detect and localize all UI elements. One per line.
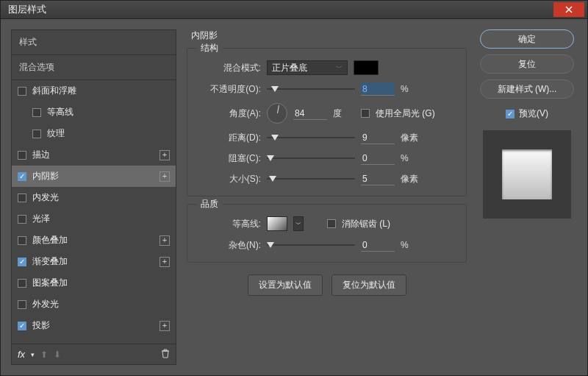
sidebar-item-6[interactable]: 光泽: [12, 208, 176, 230]
arrow-up-icon[interactable]: ⬆: [40, 350, 48, 360]
sidebar-item-checkbox[interactable]: [18, 87, 26, 96]
sidebar-item-7[interactable]: 颜色叠加+: [12, 230, 176, 251]
distance-slider[interactable]: [267, 132, 355, 143]
sidebar-item-label: 等高线: [47, 106, 74, 118]
add-instance-button[interactable]: +: [159, 257, 170, 267]
titlebar: 图层样式: [0, 0, 588, 19]
contour-label: 等高线:: [198, 218, 261, 230]
opacity-slider[interactable]: [267, 84, 355, 94]
effect-title: 内阴影: [187, 29, 467, 48]
reset-default-button[interactable]: 复位为默认值: [331, 274, 406, 296]
color-swatch[interactable]: [354, 60, 379, 75]
sidebar-item-checkbox[interactable]: [18, 258, 26, 266]
preview-swatch: [502, 149, 552, 199]
sidebar-item-checkbox[interactable]: [18, 236, 26, 245]
styles-sidebar: 样式 混合选项 斜面和浮雕等高线纹理描边+内阴影+内发光光泽颜色叠加+渐变叠加+…: [11, 29, 176, 365]
preview-toggle[interactable]: 预览(V): [506, 107, 548, 120]
cancel-button[interactable]: 复位: [480, 54, 574, 74]
sidebar-item-label: 投影: [32, 319, 50, 332]
sidebar-item-8[interactable]: 渐变叠加+: [12, 251, 176, 272]
structure-legend: 结构: [196, 42, 223, 54]
structure-group: 结构 混合模式: 正片叠底 ﹀ 不透明度(O): % 角度(A): 度: [187, 48, 467, 196]
ok-button[interactable]: 确定: [480, 29, 574, 49]
sidebar-item-checkbox[interactable]: [18, 322, 26, 330]
choke-input[interactable]: [361, 152, 395, 165]
add-instance-button[interactable]: +: [159, 171, 170, 182]
noise-unit: %: [401, 240, 423, 250]
angle-unit: 度: [333, 107, 355, 120]
sidebar-item-checkbox[interactable]: [18, 300, 26, 309]
sidebar-item-label: 外发光: [32, 298, 59, 311]
sidebar-item-checkbox[interactable]: [18, 215, 26, 224]
blend-mode-select[interactable]: 正片叠底 ﹀: [267, 60, 348, 75]
sidebar-item-label: 渐变叠加: [32, 255, 68, 268]
sidebar-item-1[interactable]: 等高线: [12, 102, 176, 123]
preview-box: [483, 130, 571, 219]
global-light-checkbox[interactable]: [361, 109, 370, 118]
sidebar-header-blend[interactable]: 混合选项: [12, 55, 176, 80]
sidebar-item-checkbox[interactable]: [32, 130, 41, 138]
distance-unit: 像素: [401, 132, 423, 144]
quality-legend: 品质: [196, 198, 223, 210]
sidebar-item-label: 颜色叠加: [32, 234, 68, 246]
contour-picker[interactable]: [267, 216, 287, 231]
distance-input[interactable]: [361, 131, 395, 144]
noise-slider[interactable]: [267, 240, 355, 250]
styles-list: 斜面和浮雕等高线纹理描边+内阴影+内发光光泽颜色叠加+渐变叠加+图案叠加外发光投…: [12, 80, 176, 344]
sidebar-item-11[interactable]: 投影+: [12, 315, 176, 336]
sidebar-item-label: 内阴影: [32, 170, 59, 182]
contour-dropdown[interactable]: ﹀: [293, 216, 304, 231]
sidebar-item-checkbox[interactable]: [18, 279, 26, 288]
sidebar-item-2[interactable]: 纹理: [12, 123, 176, 144]
choke-slider[interactable]: [267, 153, 355, 163]
sidebar-item-checkbox[interactable]: [18, 151, 26, 160]
opacity-label: 不透明度(O):: [198, 83, 261, 96]
sidebar-item-9[interactable]: 图案叠加: [12, 272, 176, 294]
sidebar-item-10[interactable]: 外发光: [12, 294, 176, 315]
angle-dial[interactable]: [267, 103, 287, 124]
size-label: 大小(S):: [198, 173, 261, 185]
arrow-down-icon[interactable]: ⬇: [54, 350, 61, 360]
add-instance-button[interactable]: +: [159, 150, 170, 160]
dialog-content: 样式 混合选项 斜面和浮雕等高线纹理描边+内阴影+内发光光泽颜色叠加+渐变叠加+…: [0, 19, 588, 376]
add-instance-button[interactable]: +: [159, 235, 170, 246]
new-style-button[interactable]: 新建样式 (W)...: [480, 79, 574, 99]
sidebar-item-0[interactable]: 斜面和浮雕: [12, 80, 176, 102]
sidebar-item-label: 图案叠加: [32, 277, 68, 289]
opacity-input[interactable]: [361, 82, 395, 96]
close-button[interactable]: [553, 2, 584, 17]
sidebar-footer: fx ▾ ⬆ ⬇: [12, 344, 176, 364]
make-default-button[interactable]: 设置为默认值: [248, 274, 323, 296]
main-panel: 内阴影 结构 混合模式: 正片叠底 ﹀ 不透明度(O): % 角度(A):: [187, 29, 467, 365]
add-instance-button[interactable]: +: [159, 321, 170, 331]
size-input[interactable]: [361, 172, 395, 185]
sidebar-item-label: 内发光: [32, 191, 59, 204]
sidebar-item-checkbox[interactable]: [18, 194, 26, 202]
size-unit: 像素: [401, 173, 423, 185]
chevron-down-icon: ﹀: [336, 63, 343, 73]
preview-label: 预览(V): [519, 107, 548, 120]
sidebar-item-4[interactable]: 内阴影+: [12, 166, 176, 187]
choke-unit: %: [401, 153, 423, 163]
trash-icon[interactable]: [161, 349, 170, 361]
sidebar-item-5[interactable]: 内发光: [12, 187, 176, 208]
opacity-unit: %: [401, 84, 423, 94]
close-icon: [565, 6, 573, 13]
sidebar-item-3[interactable]: 描边+: [12, 144, 176, 166]
noise-label: 杂色(N):: [198, 239, 261, 252]
angle-input[interactable]: [293, 107, 327, 120]
fx-label[interactable]: fx: [18, 349, 25, 360]
chevron-down-icon[interactable]: ▾: [31, 351, 35, 358]
sidebar-item-checkbox[interactable]: [18, 172, 26, 181]
choke-label: 阻塞(C):: [198, 152, 261, 165]
global-light-label: 使用全局光 (G): [376, 107, 435, 120]
distance-label: 距离(D):: [198, 132, 261, 144]
noise-input[interactable]: [361, 238, 395, 252]
antialias-checkbox[interactable]: [327, 219, 336, 228]
size-slider[interactable]: [267, 174, 355, 184]
sidebar-item-checkbox[interactable]: [32, 108, 41, 117]
right-column: 确定 复位 新建样式 (W)... 预览(V): [477, 29, 577, 365]
sidebar-item-label: 斜面和浮雕: [32, 85, 76, 97]
sidebar-header-styles[interactable]: 样式: [12, 30, 176, 55]
preview-checkbox[interactable]: [506, 110, 514, 118]
